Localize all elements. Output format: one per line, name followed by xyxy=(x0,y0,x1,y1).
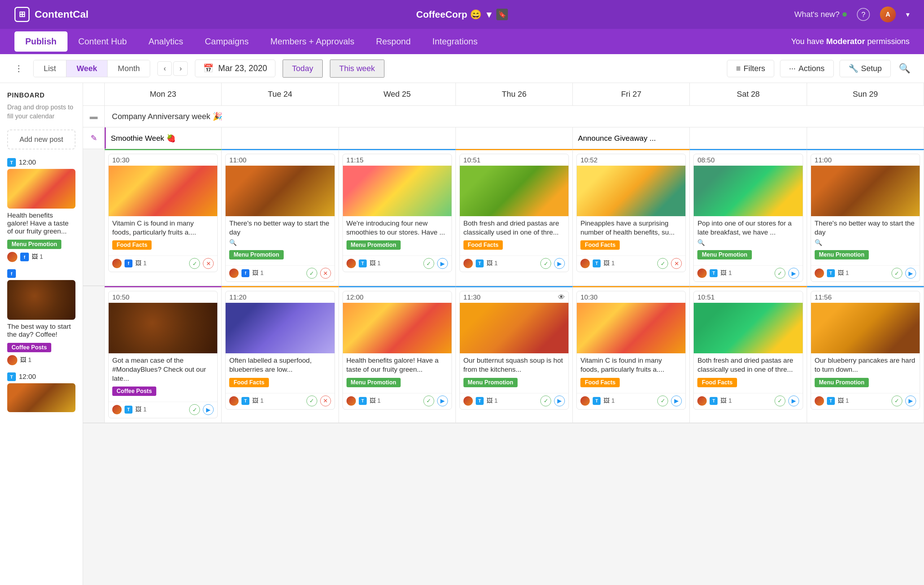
post-text: Got a mean case of the #MondayBlues? Che… xyxy=(112,356,214,383)
reject-button[interactable]: ✕ xyxy=(320,268,331,278)
nav-content-hub[interactable]: Content Hub xyxy=(68,31,138,52)
post-text: We're introducing four new smoothies to … xyxy=(346,219,448,237)
nav-respond[interactable]: Respond xyxy=(365,31,422,52)
post-body: Health benefits galore! Have a taste of … xyxy=(343,353,452,393)
whats-new[interactable]: What's new? xyxy=(794,10,847,19)
send-button[interactable]: ▶ xyxy=(437,395,448,406)
post-col-sat-2: 10:51 Both fresh and dried pastas are cl… xyxy=(690,286,807,423)
post-image xyxy=(343,303,452,353)
next-button[interactable]: › xyxy=(173,61,188,76)
post-img-count: 🖼 1 xyxy=(604,260,615,267)
help-icon[interactable]: ? xyxy=(857,8,870,21)
send-button[interactable]: ▶ xyxy=(671,395,682,406)
post-card: 11:20 Often labelled a superfood, bluebe… xyxy=(225,291,335,409)
post-text: There's no better way to start the day xyxy=(815,219,916,237)
approve-button[interactable]: ✓ xyxy=(657,258,668,269)
send-button[interactable]: ▶ xyxy=(437,258,448,269)
nav-analytics[interactable]: Analytics xyxy=(137,31,194,52)
post-avatar xyxy=(346,259,356,268)
twitter-icon: T xyxy=(827,397,835,405)
post-time: 11:56 xyxy=(811,291,920,303)
view-switcher: List Week Month xyxy=(33,60,150,77)
view-list[interactable]: List xyxy=(33,60,66,77)
post-body: Our butternut squash soup is hot from th… xyxy=(460,353,568,393)
send-button[interactable]: ▶ xyxy=(788,395,799,406)
avatar-dropdown[interactable]: ▾ xyxy=(906,10,909,19)
reject-button[interactable]: ✕ xyxy=(320,395,331,406)
nav-campaigns[interactable]: Campaigns xyxy=(194,31,259,52)
view-month[interactable]: Month xyxy=(107,60,150,77)
post-body: Our blueberry pancakes are hard to turn … xyxy=(811,353,920,393)
approve-button[interactable]: ✓ xyxy=(775,395,785,406)
approve-button[interactable]: ✓ xyxy=(423,258,434,269)
filters-button[interactable]: ≡ Filters xyxy=(727,60,774,77)
nav-integrations[interactable]: Integrations xyxy=(422,31,488,52)
twitter-icon: T xyxy=(476,397,483,405)
post-tag: Menu Promotion xyxy=(815,378,869,387)
secondary-nav: Publish Content Hub Analytics Campaigns … xyxy=(0,29,924,54)
today-button[interactable]: Today xyxy=(283,59,323,77)
add-post-button[interactable]: Add new post xyxy=(7,130,76,149)
approve-button[interactable]: ✓ xyxy=(307,395,317,406)
post-body: Got a mean case of the #MondayBlues? Che… xyxy=(109,353,217,402)
approve-button[interactable]: ✓ xyxy=(891,395,903,406)
view-week[interactable]: Week xyxy=(66,60,107,77)
post-img-count: 🖼 1 xyxy=(604,397,615,405)
post-col-mon: 10:30 Vitamin C is found in many foods, … xyxy=(105,149,222,285)
avatar[interactable]: A xyxy=(880,7,896,22)
date-picker[interactable]: 📅 Mar 23, 2020 xyxy=(195,59,276,77)
send-button[interactable]: ▶ xyxy=(905,268,916,278)
post-avatar xyxy=(464,259,473,268)
approve-button[interactable]: ✓ xyxy=(423,395,434,406)
account-name: CoffeeCorp 😄 xyxy=(416,9,482,20)
send-button[interactable]: ▶ xyxy=(554,395,565,406)
nav-members[interactable]: Members + Approvals xyxy=(259,31,365,52)
event-icon: ▬ xyxy=(83,106,105,127)
reject-button[interactable]: ✕ xyxy=(203,258,214,269)
bookmark-icon[interactable]: 🔖 xyxy=(496,9,508,20)
logo[interactable]: ⊞ ContentCal xyxy=(15,7,88,22)
post-tag: Coffee Posts xyxy=(112,387,156,396)
post-card: 10:51 Both fresh and dried pastas are cl… xyxy=(693,291,803,409)
approve-button[interactable]: ✓ xyxy=(189,258,200,269)
account-selector[interactable]: CoffeeCorp 😄 ▾ 🔖 xyxy=(416,9,508,20)
top-nav: ⊞ ContentCal CoffeeCorp 😄 ▾ 🔖 What's new… xyxy=(0,0,924,29)
post-col-sun-2: 11:56 Our blueberry pancakes are hard to… xyxy=(807,286,924,423)
post-avatar xyxy=(815,269,824,278)
setup-button[interactable]: 🔧 Setup xyxy=(840,60,891,77)
approve-button[interactable]: ✓ xyxy=(891,268,903,278)
menu-button[interactable]: ⋮ xyxy=(12,61,26,76)
this-week-button[interactable]: This week xyxy=(330,59,384,77)
post-image xyxy=(577,303,685,353)
send-button[interactable]: ▶ xyxy=(788,268,799,278)
header-sun: Sun 29 xyxy=(807,83,924,105)
event-cell-giveaway[interactable]: Announce Giveaway ... xyxy=(573,127,690,149)
post-text: Vitamin C is found in many foods, partic… xyxy=(112,219,214,237)
post-tag: Menu Promotion xyxy=(346,241,401,250)
search-button[interactable]: 🔍 xyxy=(897,61,912,76)
post-col-fri: 10:52 Pineapples have a surprising numbe… xyxy=(573,149,690,285)
approve-button[interactable]: ✓ xyxy=(657,395,668,406)
post-time: 11:00 xyxy=(811,154,920,166)
event-cell-smoothie[interactable]: Smoothie Week 🍓 xyxy=(105,127,222,149)
prev-button[interactable]: ‹ xyxy=(157,61,172,76)
send-button[interactable]: ▶ xyxy=(203,404,214,415)
approve-button[interactable]: ✓ xyxy=(189,404,200,415)
post-text: Vitamin C is found in many foods, partic… xyxy=(581,356,682,374)
reject-button[interactable]: ✕ xyxy=(671,258,682,269)
approve-button[interactable]: ✓ xyxy=(540,258,551,269)
send-button[interactable]: ▶ xyxy=(905,395,916,406)
approve-button[interactable]: ✓ xyxy=(540,395,551,406)
pin-card-meta: 🖼 1 xyxy=(7,355,76,365)
approve-button[interactable]: ✓ xyxy=(775,268,785,278)
post-time: 10:50 xyxy=(109,291,217,303)
post-time: 11:00 xyxy=(226,154,334,166)
send-button[interactable]: ▶ xyxy=(554,258,565,269)
nav-publish[interactable]: Publish xyxy=(15,31,68,52)
post-tag: Food Facts xyxy=(229,378,269,387)
approve-button[interactable]: ✓ xyxy=(307,268,317,278)
post-search: 🔍 xyxy=(815,239,916,247)
event-content[interactable]: Company Anniversary week 🎉 xyxy=(105,106,924,127)
post-tag: Menu Promotion xyxy=(464,378,518,387)
actions-button[interactable]: ··· Actions xyxy=(780,60,834,77)
